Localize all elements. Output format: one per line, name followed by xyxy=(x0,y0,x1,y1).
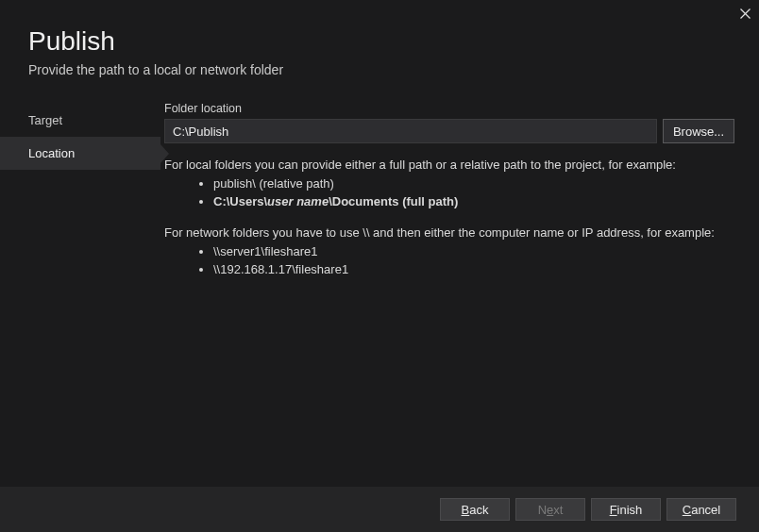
close-icon[interactable] xyxy=(731,0,759,26)
wizard-steps-sidebar: Target Location xyxy=(0,98,160,291)
dialog-footer: Back Next Finish Cancel xyxy=(0,487,759,532)
folder-location-input[interactable] xyxy=(164,119,657,143)
help-network-intro: For network folders you have to use \\ a… xyxy=(164,224,734,241)
folder-location-label: Folder location xyxy=(164,102,734,115)
finish-button[interactable]: Finish xyxy=(591,498,661,521)
page-subtitle: Provide the path to a local or network f… xyxy=(28,62,731,77)
step-target[interactable]: Target xyxy=(0,104,160,137)
step-location[interactable]: Location xyxy=(0,137,160,170)
help-example-net1: \\server1\fileshare1 xyxy=(213,243,734,260)
titlebar xyxy=(0,0,759,28)
wizard-content: Folder location Browse... For local fold… xyxy=(160,98,759,291)
help-example-relative: publish\ (relative path) xyxy=(213,175,734,192)
cancel-button[interactable]: Cancel xyxy=(666,498,736,521)
help-example-net2: \\192.168.1.17\fileshare1 xyxy=(213,261,734,278)
help-text: For local folders you can provide either… xyxy=(164,157,734,278)
page-title: Publish xyxy=(28,26,731,57)
help-local-intro: For local folders you can provide either… xyxy=(164,157,734,174)
next-button: Next xyxy=(515,498,585,521)
browse-button[interactable]: Browse... xyxy=(663,119,734,143)
help-example-full: C:\Users\user name\Documents (full path) xyxy=(213,193,734,210)
back-button[interactable]: Back xyxy=(440,498,510,521)
